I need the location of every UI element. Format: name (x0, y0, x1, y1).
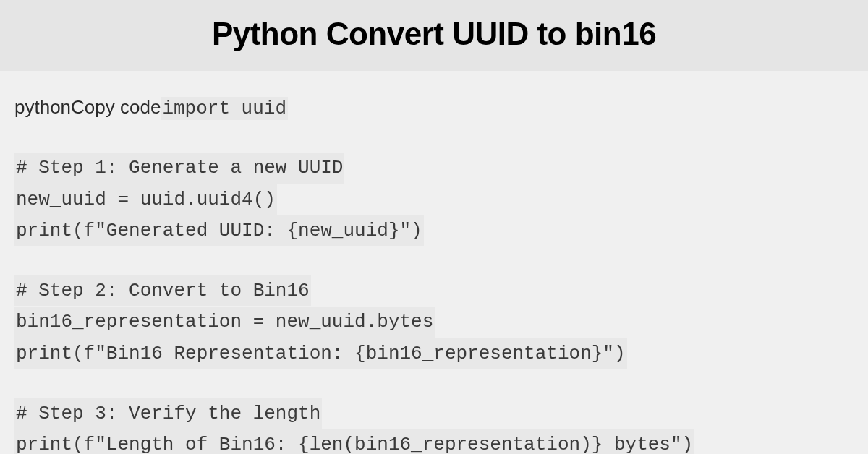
code-print-1: print(f"Generated UUID: {new_uuid}") (14, 215, 424, 246)
blank-line (14, 123, 854, 152)
code-line-4: print(f"Generated UUID: {new_uuid}") (14, 215, 854, 246)
code-new-uuid: new_uuid = uuid.uuid4() (14, 184, 277, 215)
page-header: Python Convert UUID to bin16 (0, 0, 868, 71)
code-line-7: print(f"Bin16 Representation: {bin16_rep… (14, 338, 854, 369)
code-line-9: print(f"Length of Bin16: {len(bin16_repr… (14, 429, 854, 454)
page-title: Python Convert UUID to bin16 (29, 16, 839, 52)
code-line-2: # Step 1: Generate a new UUID (14, 152, 854, 183)
code-line-8: # Step 3: Verify the length (14, 398, 854, 429)
code-comment-1: # Step 1: Generate a new UUID (14, 153, 344, 183)
code-line-6: bin16_representation = new_uuid.bytes (14, 306, 854, 337)
code-bin16: bin16_representation = new_uuid.bytes (14, 307, 435, 337)
blank-line (14, 246, 854, 275)
code-content: pythonCopy codeimport uuid # Step 1: Gen… (0, 71, 868, 454)
code-line-5: # Step 2: Convert to Bin16 (14, 275, 854, 306)
code-print-2: print(f"Bin16 Representation: {bin16_rep… (14, 338, 627, 369)
code-import: import uuid (161, 97, 288, 120)
code-comment-3: # Step 3: Verify the length (14, 398, 322, 429)
code-label-prefix: pythonCopy code (14, 96, 161, 118)
blank-line (14, 369, 854, 398)
code-comment-2: # Step 2: Convert to Bin16 (14, 275, 311, 306)
code-line-1: pythonCopy codeimport uuid (14, 93, 854, 123)
code-print-3: print(f"Length of Bin16: {len(bin16_repr… (14, 429, 694, 454)
code-line-3: new_uuid = uuid.uuid4() (14, 184, 854, 215)
